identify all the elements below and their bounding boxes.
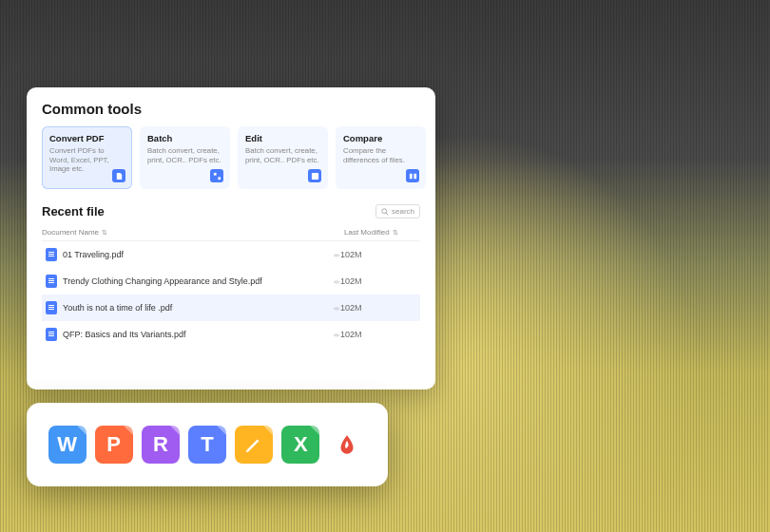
svg-point-10	[334, 333, 339, 336]
file-name: Youth is not a time of life .pdf	[63, 303, 329, 313]
word-app-icon[interactable]: W	[48, 426, 87, 464]
sort-icon: ⇅	[393, 229, 398, 237]
excel-app-icon[interactable]: X	[281, 426, 319, 464]
file-name: 01 Traveling.pdf	[63, 250, 329, 259]
search-placeholder: search	[392, 207, 414, 216]
svg-point-7	[334, 254, 339, 256]
recent-title: Recent file	[42, 204, 105, 218]
file-size: 102M	[340, 330, 416, 339]
tool-title: Compare	[343, 133, 418, 143]
file-name: QFP: Basics and Its Variants.pdf	[63, 330, 329, 339]
svg-rect-0	[213, 172, 216, 175]
search-icon	[381, 208, 389, 216]
svg-line-6	[386, 212, 388, 214]
tool-title: Convert PDF	[49, 133, 125, 143]
svg-rect-2	[311, 172, 318, 179]
edit-app-icon[interactable]	[235, 426, 273, 464]
column-modified[interactable]: Last Modified ⇅	[344, 228, 420, 237]
file-name: Trendy Clothing Changing Appearance and …	[63, 276, 329, 286]
svg-point-8	[334, 280, 339, 283]
sort-icon: ⇅	[102, 229, 107, 237]
batch-icon	[210, 169, 223, 182]
svg-rect-3	[409, 173, 412, 178]
pencil-icon	[243, 434, 264, 455]
pdf-app-icon[interactable]	[328, 426, 366, 464]
tool-batch[interactable]: Batch Batch convert, create, print, OCR.…	[140, 126, 230, 189]
pdf-file-icon	[46, 328, 57, 341]
table-row[interactable]: Youth is not a time of life .pdf 102M	[42, 294, 420, 321]
ppt-app-icon[interactable]: P	[95, 426, 133, 464]
pdf-file-icon	[46, 248, 57, 261]
tool-title: Batch	[147, 133, 222, 143]
r-app-icon[interactable]: R	[142, 426, 180, 464]
tool-edit[interactable]: Edit Batch convert, create, print, OCR..…	[238, 126, 328, 189]
tools-row: Convert PDF Convert PDFs to Word, Excel,…	[42, 126, 420, 189]
svg-rect-4	[414, 173, 416, 178]
recent-header: Recent file search	[42, 204, 420, 218]
table-row[interactable]: 01 Traveling.pdf 102M	[42, 241, 420, 268]
pdf-icon	[335, 432, 359, 457]
svg-rect-1	[218, 177, 221, 180]
compare-icon	[406, 169, 419, 182]
pdf-file-icon	[46, 301, 57, 314]
file-size: 102M	[340, 276, 416, 286]
table-row[interactable]: QFP: Basics and Its Variants.pdf 102M	[42, 321, 420, 348]
file-size: 102M	[340, 303, 416, 313]
tool-desc: Batch convert, create, print, OCR.. PDFs…	[147, 146, 222, 164]
table-header: Document Name ⇅ Last Modified ⇅	[42, 224, 420, 241]
cloud-icon	[333, 332, 340, 337]
file-size: 102M	[340, 250, 416, 259]
cloud-icon	[333, 305, 340, 311]
t-app-icon[interactable]: T	[188, 426, 226, 464]
cloud-icon	[333, 252, 340, 257]
tool-convert-pdf[interactable]: Convert PDF Convert PDFs to Word, Excel,…	[42, 126, 132, 189]
svg-point-9	[334, 307, 339, 310]
tool-desc: Compare the differences of files.	[343, 146, 418, 164]
search-input[interactable]: search	[375, 204, 420, 218]
app-icon-strip: W P R T X	[27, 403, 388, 486]
edit-icon	[308, 169, 321, 182]
tool-compare[interactable]: Compare Compare the differences of files…	[336, 126, 426, 189]
column-name[interactable]: Document Name ⇅	[42, 228, 344, 237]
convert-icon	[112, 169, 125, 182]
panel-heading: Common tools	[42, 101, 420, 117]
tool-desc: Batch convert, create, print, OCR.. PDFs…	[245, 146, 320, 164]
table-row[interactable]: Trendy Clothing Changing Appearance and …	[42, 268, 420, 294]
tools-panel: Common tools Convert PDF Convert PDFs to…	[27, 87, 435, 390]
pdf-file-icon	[46, 275, 57, 288]
tool-title: Edit	[245, 133, 320, 143]
cloud-icon	[333, 278, 340, 284]
